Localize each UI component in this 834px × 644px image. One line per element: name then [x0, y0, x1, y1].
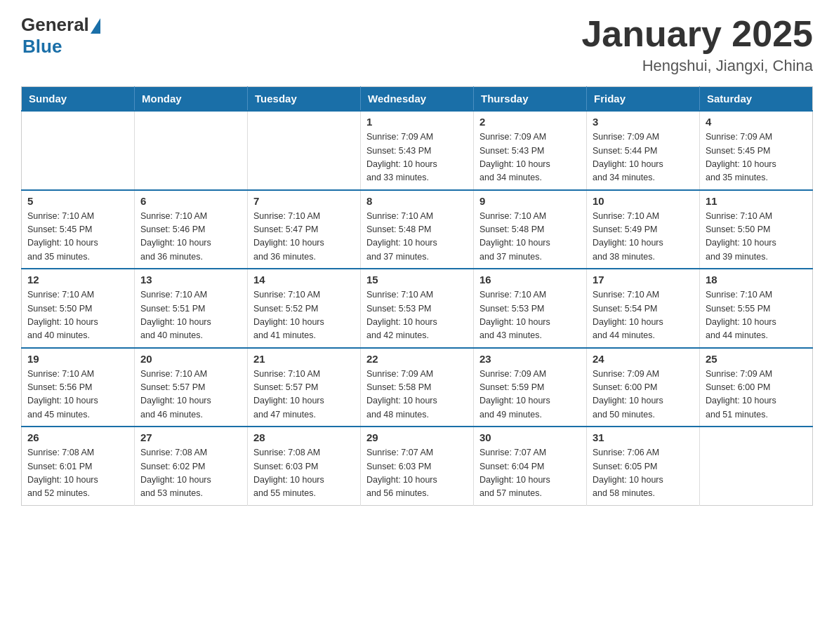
day-info: Sunrise: 7:10 AM Sunset: 5:52 PM Dayligh… [253, 288, 355, 343]
day-info: Sunrise: 7:09 AM Sunset: 6:00 PM Dayligh… [593, 368, 694, 422]
day-number: 27 [140, 431, 241, 443]
calendar-cell: 16Sunrise: 7:10 AM Sunset: 5:53 PM Dayli… [474, 269, 587, 348]
calendar-header-monday: Monday [135, 87, 248, 112]
calendar-header-row: SundayMondayTuesdayWednesdayThursdayFrid… [22, 87, 813, 112]
calendar-header-wednesday: Wednesday [361, 87, 474, 112]
day-info: Sunrise: 7:10 AM Sunset: 5:57 PM Dayligh… [140, 368, 241, 422]
day-number: 18 [706, 274, 807, 286]
calendar-cell: 20Sunrise: 7:10 AM Sunset: 5:57 PM Dayli… [135, 348, 248, 427]
calendar-header-sunday: Sunday [22, 87, 135, 112]
calendar-cell: 9Sunrise: 7:10 AM Sunset: 5:48 PM Daylig… [474, 190, 587, 269]
calendar-header-saturday: Saturday [700, 87, 813, 112]
day-number: 16 [479, 274, 581, 286]
day-info: Sunrise: 7:10 AM Sunset: 5:49 PM Dayligh… [593, 210, 694, 264]
day-number: 15 [366, 274, 468, 286]
calendar-cell: 13Sunrise: 7:10 AM Sunset: 5:51 PM Dayli… [135, 269, 248, 348]
calendar-table: SundayMondayTuesdayWednesdayThursdayFrid… [21, 86, 813, 506]
day-number: 2 [479, 116, 581, 128]
logo-triangle-icon [91, 18, 100, 34]
day-info: Sunrise: 7:09 AM Sunset: 5:44 PM Dayligh… [593, 130, 694, 185]
calendar-cell: 15Sunrise: 7:10 AM Sunset: 5:53 PM Dayli… [361, 269, 474, 348]
day-info: Sunrise: 7:07 AM Sunset: 6:03 PM Dayligh… [366, 446, 468, 501]
day-number: 29 [366, 431, 468, 443]
day-number: 23 [479, 353, 581, 365]
day-info: Sunrise: 7:10 AM Sunset: 5:47 PM Dayligh… [253, 210, 355, 264]
calendar-cell: 5Sunrise: 7:10 AM Sunset: 5:45 PM Daylig… [22, 190, 135, 269]
calendar-cell: 25Sunrise: 7:09 AM Sunset: 6:00 PM Dayli… [700, 348, 813, 427]
day-number: 17 [593, 274, 694, 286]
day-number: 12 [27, 274, 128, 286]
day-info: Sunrise: 7:09 AM Sunset: 5:58 PM Dayligh… [366, 368, 468, 422]
day-info: Sunrise: 7:06 AM Sunset: 6:05 PM Dayligh… [593, 446, 694, 501]
day-info: Sunrise: 7:10 AM Sunset: 5:50 PM Dayligh… [706, 210, 807, 264]
calendar-cell: 26Sunrise: 7:08 AM Sunset: 6:01 PM Dayli… [22, 427, 135, 505]
day-number: 20 [140, 353, 241, 365]
day-number: 31 [593, 431, 694, 443]
day-number: 7 [253, 195, 355, 207]
day-number: 25 [706, 353, 807, 365]
calendar-header-tuesday: Tuesday [248, 87, 361, 112]
calendar-cell [248, 111, 361, 190]
calendar-week-3: 12Sunrise: 7:10 AM Sunset: 5:50 PM Dayli… [22, 269, 813, 348]
day-number: 3 [593, 116, 694, 128]
calendar-cell: 1Sunrise: 7:09 AM Sunset: 5:43 PM Daylig… [361, 111, 474, 190]
calendar-cell: 6Sunrise: 7:10 AM Sunset: 5:46 PM Daylig… [135, 190, 248, 269]
day-number: 10 [593, 195, 694, 207]
title-area: January 2025 Hengshui, Jiangxi, China [581, 14, 813, 75]
calendar-cell: 27Sunrise: 7:08 AM Sunset: 6:02 PM Dayli… [135, 427, 248, 505]
day-info: Sunrise: 7:09 AM Sunset: 5:59 PM Dayligh… [479, 368, 581, 422]
calendar-week-1: 1Sunrise: 7:09 AM Sunset: 5:43 PM Daylig… [22, 111, 813, 190]
day-info: Sunrise: 7:10 AM Sunset: 5:48 PM Dayligh… [479, 210, 581, 264]
calendar-cell [135, 111, 248, 190]
day-info: Sunrise: 7:08 AM Sunset: 6:01 PM Dayligh… [27, 446, 128, 501]
calendar-cell: 12Sunrise: 7:10 AM Sunset: 5:50 PM Dayli… [22, 269, 135, 348]
calendar-cell [700, 427, 813, 505]
calendar-cell: 17Sunrise: 7:10 AM Sunset: 5:54 PM Dayli… [587, 269, 700, 348]
day-info: Sunrise: 7:09 AM Sunset: 5:43 PM Dayligh… [479, 130, 581, 185]
calendar-cell: 10Sunrise: 7:10 AM Sunset: 5:49 PM Dayli… [587, 190, 700, 269]
calendar-header-thursday: Thursday [474, 87, 587, 112]
calendar-cell: 30Sunrise: 7:07 AM Sunset: 6:04 PM Dayli… [474, 427, 587, 505]
logo-general-text: General [21, 14, 89, 36]
day-number: 9 [479, 195, 581, 207]
day-info: Sunrise: 7:10 AM Sunset: 5:53 PM Dayligh… [479, 288, 581, 343]
calendar-cell: 22Sunrise: 7:09 AM Sunset: 5:58 PM Dayli… [361, 348, 474, 427]
calendar-cell: 21Sunrise: 7:10 AM Sunset: 5:57 PM Dayli… [248, 348, 361, 427]
calendar-cell: 24Sunrise: 7:09 AM Sunset: 6:00 PM Dayli… [587, 348, 700, 427]
day-info: Sunrise: 7:09 AM Sunset: 5:45 PM Dayligh… [706, 130, 807, 185]
day-info: Sunrise: 7:08 AM Sunset: 6:02 PM Dayligh… [140, 446, 241, 501]
calendar-title: January 2025 [581, 14, 813, 54]
day-number: 14 [253, 274, 355, 286]
logo: General Blue [21, 14, 100, 58]
calendar-cell: 28Sunrise: 7:08 AM Sunset: 6:03 PM Dayli… [248, 427, 361, 505]
day-number: 11 [706, 195, 807, 207]
day-number: 4 [706, 116, 807, 128]
day-number: 26 [27, 431, 128, 443]
day-info: Sunrise: 7:10 AM Sunset: 5:53 PM Dayligh… [366, 288, 468, 343]
calendar-subtitle: Hengshui, Jiangxi, China [581, 57, 813, 75]
day-info: Sunrise: 7:10 AM Sunset: 5:50 PM Dayligh… [27, 288, 128, 343]
day-info: Sunrise: 7:09 AM Sunset: 6:00 PM Dayligh… [706, 368, 807, 422]
day-number: 22 [366, 353, 468, 365]
day-info: Sunrise: 7:10 AM Sunset: 5:55 PM Dayligh… [706, 288, 807, 343]
day-number: 21 [253, 353, 355, 365]
day-info: Sunrise: 7:10 AM Sunset: 5:48 PM Dayligh… [366, 210, 468, 264]
day-number: 8 [366, 195, 468, 207]
day-number: 13 [140, 274, 241, 286]
day-number: 30 [479, 431, 581, 443]
day-info: Sunrise: 7:10 AM Sunset: 5:57 PM Dayligh… [253, 368, 355, 422]
calendar-header-friday: Friday [587, 87, 700, 112]
day-number: 5 [27, 195, 128, 207]
calendar-week-2: 5Sunrise: 7:10 AM Sunset: 5:45 PM Daylig… [22, 190, 813, 269]
day-info: Sunrise: 7:10 AM Sunset: 5:45 PM Dayligh… [27, 210, 128, 264]
day-number: 19 [27, 353, 128, 365]
calendar-cell: 3Sunrise: 7:09 AM Sunset: 5:44 PM Daylig… [587, 111, 700, 190]
day-info: Sunrise: 7:10 AM Sunset: 5:56 PM Dayligh… [27, 368, 128, 422]
day-info: Sunrise: 7:09 AM Sunset: 5:43 PM Dayligh… [366, 130, 468, 185]
day-info: Sunrise: 7:10 AM Sunset: 5:46 PM Dayligh… [140, 210, 241, 264]
calendar-cell [22, 111, 135, 190]
day-number: 24 [593, 353, 694, 365]
calendar-cell: 29Sunrise: 7:07 AM Sunset: 6:03 PM Dayli… [361, 427, 474, 505]
day-number: 1 [366, 116, 468, 128]
calendar-cell: 2Sunrise: 7:09 AM Sunset: 5:43 PM Daylig… [474, 111, 587, 190]
